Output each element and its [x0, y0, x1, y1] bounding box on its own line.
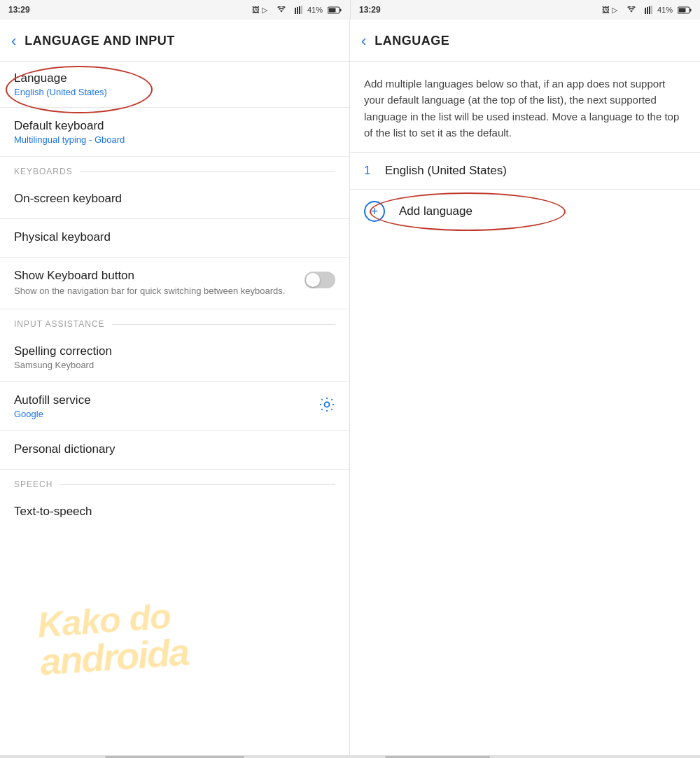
- input-assistance-section-header: INPUT ASSISTANCE: [0, 309, 349, 333]
- text-to-speech-title: Text-to-speech: [14, 505, 335, 519]
- left-panel-header: ‹ LANGUAGE AND INPUT: [0, 20, 349, 62]
- language-subtitle: English (United States): [14, 87, 335, 97]
- input-assistance-section-label: INPUT ASSISTANCE: [14, 319, 105, 329]
- time-left: 13:29: [8, 5, 30, 15]
- svg-rect-3: [301, 6, 302, 14]
- input-assistance-divider: [112, 324, 335, 325]
- svg-rect-9: [649, 6, 650, 14]
- speech-section-header: SPEECH: [0, 470, 349, 493]
- add-plus-icon: +: [364, 201, 385, 222]
- language-number: 1: [364, 164, 385, 178]
- autofill-service-item[interactable]: Autofill service Google: [0, 382, 349, 431]
- svg-rect-10: [651, 6, 652, 14]
- language-title: Language: [14, 71, 335, 85]
- keyboards-divider: [80, 171, 335, 172]
- svg-rect-5: [340, 8, 342, 11]
- panel-language-input: ‹ LANGUAGE AND INPUT Language English (U…: [0, 20, 350, 758]
- language-list-item[interactable]: 1 English (United States): [350, 153, 700, 190]
- status-icons-left: 🖼 ▷ 41%: [247, 6, 342, 15]
- back-button-left[interactable]: ‹: [11, 32, 16, 50]
- svg-rect-1: [297, 7, 298, 14]
- default-keyboard-title: Default keyboard: [14, 119, 335, 133]
- show-keyboard-button-subtitle: Show on the navigation bar for quick swi…: [14, 285, 293, 297]
- time-right: 13:29: [359, 5, 381, 15]
- physical-keyboard-item[interactable]: Physical keyboard: [0, 219, 349, 258]
- keyboards-section-header: KEYBOARDS: [0, 157, 349, 181]
- left-panel-title: LANGUAGE AND INPUT: [24, 34, 174, 48]
- add-language-row[interactable]: + Add language: [350, 190, 700, 233]
- language-name: English (United States): [385, 164, 507, 178]
- show-keyboard-button-content: Show Keyboard button Show on the navigat…: [14, 269, 293, 297]
- autofill-subtitle: Google: [14, 409, 91, 419]
- right-panel-content: Add multiple languages below so that, if…: [350, 62, 700, 755]
- show-keyboard-toggle[interactable]: [304, 272, 335, 288]
- show-keyboard-button-item[interactable]: Show Keyboard button Show on the navigat…: [0, 258, 349, 309]
- speech-divider: [59, 484, 335, 485]
- spelling-correction-subtitle: Samsung Keyboard: [14, 360, 335, 370]
- spelling-correction-title: Spelling correction: [14, 344, 335, 358]
- status-icons-right: 🖼 ▷ 41%: [597, 6, 692, 15]
- svg-rect-13: [679, 8, 686, 12]
- personal-dictionary-item[interactable]: Personal dictionary: [0, 431, 349, 470]
- keyboards-section-label: KEYBOARDS: [14, 167, 73, 176]
- svg-point-14: [325, 402, 330, 407]
- svg-rect-0: [295, 8, 296, 14]
- right-panel-header: ‹ LANGUAGE: [350, 20, 700, 62]
- speech-section-label: SPEECH: [14, 479, 52, 489]
- on-screen-keyboard-item[interactable]: On-screen keyboard: [0, 181, 349, 219]
- panel-language: ‹ LANGUAGE Add multiple languages below …: [350, 20, 700, 758]
- spelling-correction-item[interactable]: Spelling correction Samsung Keyboard: [0, 333, 349, 382]
- physical-keyboard-title: Physical keyboard: [14, 230, 335, 244]
- status-bar-right: 13:29 🖼 ▷ 41%: [350, 0, 700, 20]
- svg-rect-8: [647, 7, 648, 14]
- text-to-speech-item[interactable]: Text-to-speech: [0, 493, 349, 531]
- svg-rect-2: [299, 6, 300, 14]
- autofill-content: Autofill service Google: [14, 393, 91, 419]
- default-keyboard-item[interactable]: Default keyboard Multilingual typing - G…: [0, 108, 349, 157]
- language-item[interactable]: Language English (United States): [0, 62, 349, 108]
- back-button-right[interactable]: ‹: [361, 32, 366, 50]
- language-description: Add multiple languages below so that, if…: [350, 62, 700, 153]
- personal-dictionary-title: Personal dictionary: [14, 442, 335, 456]
- on-screen-keyboard-title: On-screen keyboard: [14, 192, 335, 206]
- svg-rect-12: [690, 8, 692, 11]
- svg-rect-6: [329, 8, 336, 12]
- right-scroll-indicator: [350, 755, 700, 758]
- svg-rect-7: [645, 8, 646, 14]
- show-keyboard-button-title: Show Keyboard button: [14, 269, 293, 283]
- default-keyboard-subtitle: Multilingual typing - Gboard: [14, 134, 335, 145]
- status-bar-left: 13:29 🖼 ▷ 41%: [0, 0, 350, 20]
- autofill-title: Autofill service: [14, 393, 91, 407]
- settings-list: Language English (United States) Default…: [0, 62, 349, 755]
- left-scroll-indicator: [0, 755, 349, 758]
- gear-icon[interactable]: [318, 396, 335, 417]
- right-panel-title: LANGUAGE: [374, 34, 449, 48]
- add-language-label: Add language: [399, 204, 472, 218]
